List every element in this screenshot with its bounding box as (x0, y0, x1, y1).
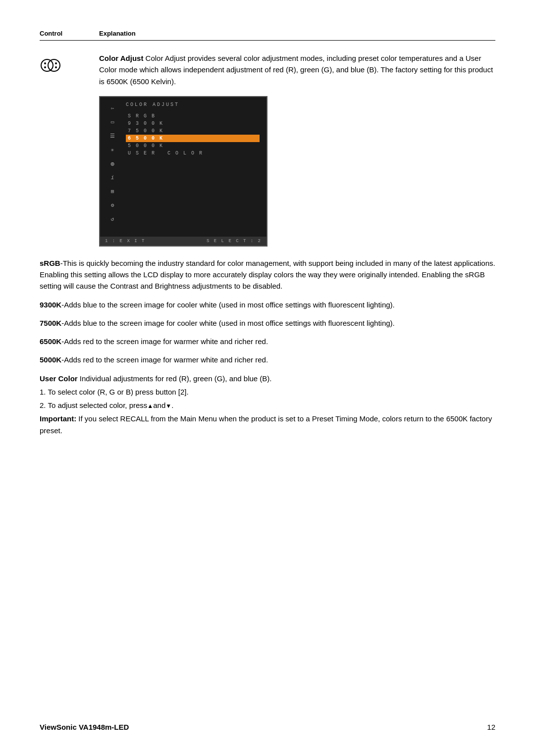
step2-text: 2. To adjust selected color, press (40, 401, 147, 409)
k6500-text: Adds red to the screen image for warmer … (64, 337, 268, 346)
footer-brand: ViewSonic VA1948m-LED (40, 723, 129, 731)
triangle-down-icon (165, 401, 171, 409)
osd-footer: 1 : E X I T S E L E C T : 2 (100, 237, 267, 246)
user-color-term: User Color (40, 374, 78, 383)
k7500-description: 7500K-Adds blue to the screen image for … (40, 317, 495, 329)
srgb-term: sRGB (40, 259, 60, 267)
page-content: Control Explanation Color Adjust Color A… (0, 0, 535, 478)
header-control: Control (40, 30, 99, 37)
osd-title: COLOR ADJUST (126, 102, 260, 108)
brand-name: ViewSonic (40, 723, 77, 731)
page-number: 12 (487, 723, 495, 731)
osd-icons-column: ⇦ ▭ ☰ ✳ ◎ i ⊞ ⚙ ↺ (107, 102, 122, 225)
osd-icon-recall: ↺ (107, 214, 118, 225)
step2-and: and (153, 401, 165, 409)
osd-icon-display: ▭ (107, 117, 118, 128)
osd-item-9300k: 9 3 0 0 K (126, 120, 260, 127)
user-color-step1: 1. To select color (R, G or B) press but… (40, 386, 495, 398)
k9300-term: 9300K (40, 301, 61, 309)
osd-menu: COLOR ADJUST s R G B 9 3 0 0 K 7 5 0 0 K… (122, 102, 260, 225)
intro-text-body: Color Adjust provides several color adju… (99, 54, 493, 86)
svg-point-0 (41, 59, 53, 71)
intro-paragraph: Color Adjust Color Adjust provides sever… (99, 52, 495, 87)
osd-sidebar: ⇦ ▭ ☰ ✳ ◎ i ⊞ ⚙ ↺ COLOR ADJUST (107, 102, 260, 225)
osd-item-5000k: 5 0 0 0 K (126, 142, 260, 150)
important-note: Important: If you select RECALL from the… (40, 413, 495, 436)
k5000-text: Adds red to the screen image for warmer … (64, 355, 268, 364)
user-color-intro-text: Individual adjustments for red (R), gree… (78, 374, 272, 383)
srgb-text: This is quickly becoming the industry st… (40, 259, 495, 291)
color-adjust-icon (40, 54, 61, 76)
color-adjust-term: Color Adjust (99, 54, 143, 62)
svg-point-3 (44, 66, 46, 68)
osd-item-7500k: 7 5 0 0 K (126, 127, 260, 135)
k5000-description: 5000K-Adds red to the screen image for w… (40, 354, 495, 365)
osd-footer-exit: 1 : E X I T (105, 239, 145, 244)
header-explanation: Explanation (99, 30, 136, 37)
color-adjust-row: Color Adjust Color Adjust provides sever… (40, 52, 495, 247)
osd-inner: ⇦ ▭ ☰ ✳ ◎ i ⊞ ⚙ ↺ COLOR ADJUST (100, 97, 267, 232)
osd-icon-info: i (107, 172, 118, 183)
osd-icon-brightness: ✳ (107, 145, 118, 155)
k7500-text: Adds blue to the screen image for cooler… (64, 319, 395, 327)
k5000-term: 5000K (40, 355, 61, 364)
osd-item-user-color: U S E R C O L O R (126, 150, 260, 157)
svg-point-1 (48, 59, 60, 71)
important-text: If you select RECALL from the Main Menu … (40, 414, 492, 434)
svg-point-2 (44, 62, 46, 64)
svg-point-5 (55, 66, 57, 68)
descriptions: sRGB-This is quickly becoming the indust… (40, 257, 495, 436)
k7500-term: 7500K (40, 319, 61, 327)
text-cell: Color Adjust Color Adjust provides sever… (99, 52, 495, 247)
osd-monitor: ⇦ ▭ ☰ ✳ ◎ i ⊞ ⚙ ↺ COLOR ADJUST (99, 96, 268, 247)
icon-cell (40, 52, 99, 247)
k6500-description: 6500K-Adds red to the screen image for w… (40, 336, 495, 347)
osd-footer-select: S E L E C T : 2 (207, 239, 262, 244)
srgb-description: sRGB-This is quickly becoming the indust… (40, 257, 495, 292)
user-color-intro: User Color Individual adjustments for re… (40, 373, 495, 384)
step2-period: . (171, 401, 173, 409)
k9300-text: Adds blue to the screen image for cooler… (64, 301, 395, 309)
osd-icon-input: ⇦ (107, 103, 118, 114)
osd-icon-setup: ⚙ (107, 200, 118, 211)
user-color-step2: 2. To adjust selected color, pressand. (40, 400, 495, 411)
triangle-up-icon (147, 401, 153, 409)
osd-icon-color: ◎ (107, 158, 118, 169)
osd-item-srgb: s R G B (126, 112, 260, 120)
model-name: VA1948m-LED (79, 723, 129, 731)
osd-icon-memory: ⊞ (107, 186, 118, 197)
osd-icon-audio: ☰ (107, 131, 118, 142)
table-header: Control Explanation (40, 30, 495, 41)
important-term: Important: (40, 414, 76, 423)
osd-item-6500k: 6 5 0 0 K (126, 135, 260, 142)
page-footer: ViewSonic VA1948m-LED 12 (40, 723, 495, 731)
user-color-block: User Color Individual adjustments for re… (40, 373, 495, 436)
k9300-description: 9300K-Adds blue to the screen image for … (40, 299, 495, 310)
svg-point-4 (55, 62, 57, 64)
k6500-term: 6500K (40, 337, 61, 346)
